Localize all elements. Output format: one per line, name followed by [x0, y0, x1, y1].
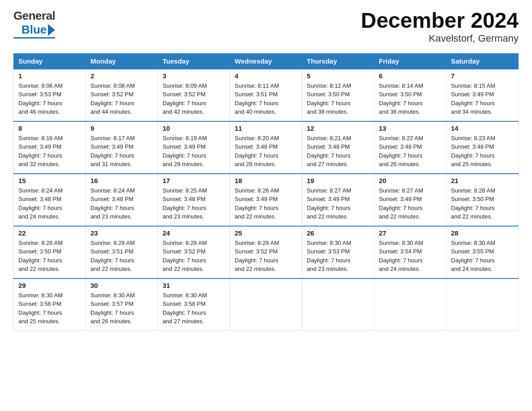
day-cell: 7 Sunrise: 8:15 AM Sunset: 3:49 PM Dayli… [446, 69, 519, 121]
day-number: 21 [451, 177, 514, 184]
day-cell: 15 Sunrise: 8:24 AM Sunset: 3:48 PM Dayl… [14, 174, 86, 226]
day-number: 6 [379, 72, 442, 80]
day-info: Sunrise: 8:28 AM Sunset: 3:50 PM Dayligh… [18, 239, 81, 274]
day-cell [446, 278, 519, 331]
week-row-5: 29 Sunrise: 8:30 AM Sunset: 3:56 PM Dayl… [14, 278, 519, 331]
day-cell: 1 Sunrise: 8:06 AM Sunset: 3:53 PM Dayli… [14, 69, 86, 121]
day-cell: 28 Sunrise: 8:30 AM Sunset: 3:55 PM Dayl… [446, 226, 519, 278]
day-info: Sunrise: 8:25 AM Sunset: 3:48 PM Dayligh… [163, 186, 225, 221]
day-number: 27 [379, 229, 442, 237]
day-info: Sunrise: 8:30 AM Sunset: 3:58 PM Dayligh… [163, 291, 225, 326]
day-cell: 4 Sunrise: 8:11 AM Sunset: 3:51 PM Dayli… [230, 69, 302, 121]
day-info: Sunrise: 8:22 AM Sunset: 3:48 PM Dayligh… [379, 134, 442, 169]
logo-blue-text: Blue [21, 23, 47, 37]
day-number: 5 [307, 72, 369, 80]
day-cell: 18 Sunrise: 8:26 AM Sunset: 3:49 PM Dayl… [230, 174, 302, 226]
header-monday: Monday [86, 53, 158, 69]
day-cell: 10 Sunrise: 8:19 AM Sunset: 3:49 PM Dayl… [158, 121, 230, 174]
day-cell: 22 Sunrise: 8:28 AM Sunset: 3:50 PM Dayl… [14, 226, 86, 278]
day-number: 11 [235, 124, 297, 132]
day-cell [302, 278, 374, 331]
day-cell: 26 Sunrise: 8:30 AM Sunset: 3:53 PM Dayl… [302, 226, 374, 278]
header-friday: Friday [374, 53, 446, 69]
day-info: Sunrise: 8:29 AM Sunset: 3:51 PM Dayligh… [90, 239, 153, 274]
day-number: 17 [163, 177, 225, 184]
week-row-1: 1 Sunrise: 8:06 AM Sunset: 3:53 PM Dayli… [14, 69, 519, 121]
title-block: December 2024 Kavelstorf, Germany [361, 9, 519, 44]
day-info: Sunrise: 8:27 AM Sunset: 3:49 PM Dayligh… [379, 186, 442, 221]
day-info: Sunrise: 8:30 AM Sunset: 3:54 PM Dayligh… [379, 239, 442, 274]
day-number: 29 [18, 282, 81, 289]
day-cell [374, 278, 446, 331]
header-tuesday: Tuesday [158, 53, 230, 69]
day-number: 18 [235, 177, 297, 184]
day-number: 16 [90, 177, 153, 184]
day-cell [230, 278, 302, 331]
day-info: Sunrise: 8:08 AM Sunset: 3:52 PM Dayligh… [90, 81, 153, 116]
day-number: 19 [307, 177, 369, 184]
day-cell: 30 Sunrise: 8:30 AM Sunset: 3:57 PM Dayl… [86, 278, 158, 331]
header-sunday: Sunday [14, 53, 86, 69]
day-number: 13 [379, 124, 442, 132]
day-info: Sunrise: 8:29 AM Sunset: 3:52 PM Dayligh… [163, 239, 225, 274]
day-info: Sunrise: 8:11 AM Sunset: 3:51 PM Dayligh… [235, 81, 297, 116]
day-cell: 6 Sunrise: 8:14 AM Sunset: 3:50 PM Dayli… [374, 69, 446, 121]
day-cell: 8 Sunrise: 8:16 AM Sunset: 3:49 PM Dayli… [14, 121, 86, 174]
day-cell: 31 Sunrise: 8:30 AM Sunset: 3:58 PM Dayl… [158, 278, 230, 331]
day-info: Sunrise: 8:30 AM Sunset: 3:53 PM Dayligh… [307, 239, 369, 274]
day-info: Sunrise: 8:29 AM Sunset: 3:52 PM Dayligh… [235, 239, 297, 274]
logo-triangle-icon [48, 24, 55, 36]
day-cell: 19 Sunrise: 8:27 AM Sunset: 3:49 PM Dayl… [302, 174, 374, 226]
day-info: Sunrise: 8:20 AM Sunset: 3:48 PM Dayligh… [235, 134, 297, 169]
day-number: 31 [163, 282, 225, 289]
day-cell: 12 Sunrise: 8:21 AM Sunset: 3:48 PM Dayl… [302, 121, 374, 174]
day-info: Sunrise: 8:14 AM Sunset: 3:50 PM Dayligh… [379, 81, 442, 116]
day-number: 8 [18, 124, 81, 132]
day-number: 10 [163, 124, 225, 132]
logo: General Blue [13, 9, 55, 39]
day-info: Sunrise: 8:06 AM Sunset: 3:53 PM Dayligh… [18, 81, 81, 116]
day-info: Sunrise: 8:27 AM Sunset: 3:49 PM Dayligh… [307, 186, 369, 221]
logo-general-text: General [13, 9, 55, 23]
day-number: 1 [18, 72, 81, 80]
day-cell: 17 Sunrise: 8:25 AM Sunset: 3:48 PM Dayl… [158, 174, 230, 226]
day-number: 4 [235, 72, 297, 80]
week-row-3: 15 Sunrise: 8:24 AM Sunset: 3:48 PM Dayl… [14, 174, 519, 226]
day-info: Sunrise: 8:30 AM Sunset: 3:55 PM Dayligh… [451, 239, 514, 274]
day-cell: 13 Sunrise: 8:22 AM Sunset: 3:48 PM Dayl… [374, 121, 446, 174]
calendar-title: December 2024 [361, 9, 519, 33]
logo-underline [13, 37, 55, 39]
day-cell: 16 Sunrise: 8:24 AM Sunset: 3:48 PM Dayl… [86, 174, 158, 226]
day-info: Sunrise: 8:24 AM Sunset: 3:48 PM Dayligh… [18, 186, 81, 221]
day-number: 9 [90, 124, 153, 132]
day-info: Sunrise: 8:24 AM Sunset: 3:48 PM Dayligh… [90, 186, 153, 221]
day-cell: 24 Sunrise: 8:29 AM Sunset: 3:52 PM Dayl… [158, 226, 230, 278]
day-cell: 29 Sunrise: 8:30 AM Sunset: 3:56 PM Dayl… [14, 278, 86, 331]
day-cell: 11 Sunrise: 8:20 AM Sunset: 3:48 PM Dayl… [230, 121, 302, 174]
header-thursday: Thursday [302, 53, 374, 69]
header-saturday: Saturday [446, 53, 519, 69]
day-cell: 3 Sunrise: 8:09 AM Sunset: 3:52 PM Dayli… [158, 69, 230, 121]
day-cell: 27 Sunrise: 8:30 AM Sunset: 3:54 PM Dayl… [374, 226, 446, 278]
day-number: 22 [18, 229, 81, 237]
day-number: 23 [90, 229, 153, 237]
week-row-2: 8 Sunrise: 8:16 AM Sunset: 3:49 PM Dayli… [14, 121, 519, 174]
day-info: Sunrise: 8:30 AM Sunset: 3:56 PM Dayligh… [18, 291, 81, 326]
calendar-table: SundayMondayTuesdayWednesdayThursdayFrid… [13, 53, 519, 331]
calendar-subtitle: Kavelstorf, Germany [361, 33, 519, 44]
day-info: Sunrise: 8:28 AM Sunset: 3:50 PM Dayligh… [451, 186, 514, 221]
day-info: Sunrise: 8:17 AM Sunset: 3:49 PM Dayligh… [90, 134, 153, 169]
day-info: Sunrise: 8:30 AM Sunset: 3:57 PM Dayligh… [90, 291, 153, 326]
day-number: 2 [90, 72, 153, 80]
day-number: 12 [307, 124, 369, 132]
day-cell: 2 Sunrise: 8:08 AM Sunset: 3:52 PM Dayli… [86, 69, 158, 121]
day-number: 14 [451, 124, 514, 132]
day-number: 24 [163, 229, 225, 237]
day-number: 25 [235, 229, 297, 237]
day-info: Sunrise: 8:19 AM Sunset: 3:49 PM Dayligh… [163, 134, 225, 169]
day-number: 30 [90, 282, 153, 289]
day-info: Sunrise: 8:23 AM Sunset: 3:48 PM Dayligh… [451, 134, 514, 169]
day-number: 3 [163, 72, 225, 80]
day-number: 20 [379, 177, 442, 184]
day-info: Sunrise: 8:15 AM Sunset: 3:49 PM Dayligh… [451, 81, 514, 116]
